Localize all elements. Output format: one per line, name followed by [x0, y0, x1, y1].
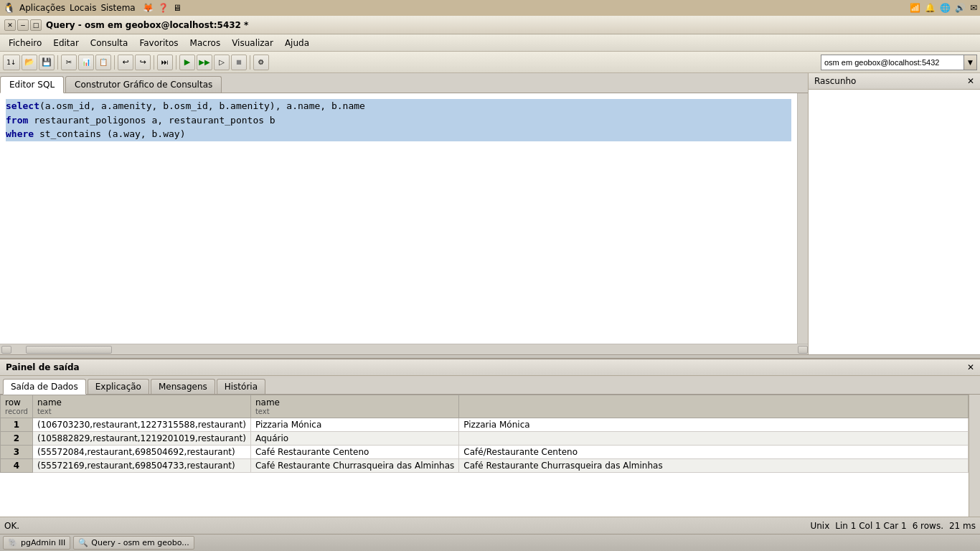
toolbar-copy-btn[interactable]: 📋	[95, 55, 111, 70]
maximize-button[interactable]: □	[30, 19, 42, 31]
menu-editar[interactable]: Editar	[47, 37, 85, 50]
editor-hscrollbar[interactable]	[0, 344, 808, 354]
toolbar-extra-btn[interactable]: ⚙	[253, 55, 269, 70]
menu-ficheiro[interactable]: Ficheiro	[3, 37, 47, 50]
status-ok: OK.	[4, 521, 19, 531]
row-1-col2: Pizzaria Mónica	[250, 418, 458, 432]
tab-grafico[interactable]: Construtor Gráfico de Consultas	[65, 76, 222, 93]
taskbar-pgadmin-label: pgAdmin III	[21, 538, 65, 547]
row-1-col3: Pizzaria Mónica	[459, 418, 969, 432]
output-tab-bar: Saída de Dados Explicação Mensagens Hist…	[0, 376, 980, 395]
output-body: row record name text name text	[0, 395, 980, 517]
row-1-col1: (106703230,restaurant,1227315588,restaur…	[32, 418, 250, 432]
menu-ajuda[interactable]: Ajuda	[279, 37, 315, 50]
status-bar: OK. Unix Lin 1 Col 1 Car 1 6 rows. 21 ms	[0, 517, 980, 534]
col-header-name1-type: text	[37, 408, 246, 415]
table-row: 2 (105882829,restaurant,1219201019,resta…	[1, 432, 969, 446]
db-dropdown-button[interactable]: ▼	[964, 55, 977, 70]
tab-mensagens[interactable]: Mensagens	[151, 379, 215, 394]
rascunho-content	[809, 90, 980, 354]
row-num-4: 4	[1, 459, 33, 473]
sql-editor-area[interactable]: select(a.osm_id, a.amenity, b.osm_id, b.…	[0, 93, 797, 344]
toolbar-undo-btn[interactable]: ↩	[118, 55, 133, 70]
menu-locais[interactable]: Locais	[70, 3, 96, 13]
hscroll-right-btn[interactable]	[798, 346, 808, 354]
row-num-3: 3	[1, 446, 33, 459]
toolbar-redo-btn[interactable]: ↪	[135, 55, 151, 70]
window-controls: ✕ − □	[4, 19, 42, 31]
rascunho-close-button[interactable]: ✕	[967, 76, 974, 86]
query-icon: 🔍	[78, 538, 88, 547]
toolbar-step-btn[interactable]: ⏭	[157, 55, 173, 70]
sql-line-3: where st_contains (a.way, b.way)	[6, 127, 791, 141]
close-button[interactable]: ✕	[4, 19, 16, 31]
col-header-name2: name text	[250, 395, 458, 418]
tb-sep-4	[176, 55, 176, 70]
toolbar-stop-btn[interactable]: ⏹	[231, 55, 247, 70]
hscroll-thumb[interactable]	[26, 346, 112, 354]
toolbar-run2-btn[interactable]: ▶▶	[197, 55, 212, 70]
output-scrollbar[interactable]	[969, 395, 980, 517]
main-area: Editor SQL Construtor Gráfico de Consult…	[0, 73, 980, 534]
toolbar-run3-btn[interactable]: ▷	[214, 55, 230, 70]
col-header-row-type: record	[5, 408, 28, 415]
menu-consulta[interactable]: Consulta	[85, 37, 134, 50]
toolbar-num-btn[interactable]: 1↓	[3, 55, 20, 70]
data-table-container[interactable]: row record name text name text	[0, 395, 969, 517]
kw-where: where	[6, 128, 34, 139]
table-row: 3 (55572084,restaurant,698504692,restaur…	[1, 446, 969, 459]
editor-scrollbar[interactable]	[797, 93, 808, 344]
taskbar-item-pgadmin[interactable]: 🐘 pgAdmin III	[3, 536, 70, 550]
editor-tab-bar: Editor SQL Construtor Gráfico de Consult…	[0, 73, 808, 93]
tb-sep-1	[57, 55, 58, 70]
kw-from: from	[6, 115, 28, 126]
table-row: 1 (106703230,restaurant,1227315588,resta…	[1, 418, 969, 432]
sql-select-args: (a.osm_id, a.amenity, b.osm_id, b.amenit…	[39, 100, 365, 111]
system-bar: 🐧 Aplicações Locais Sistema 🦊 ❓ 🖥 📶 🔔 🌐 …	[0, 0, 980, 16]
editor-body: select(a.osm_id, a.amenity, b.osm_id, b.…	[0, 93, 808, 344]
menu-aplicacoes[interactable]: Aplicações	[19, 3, 65, 13]
toolbar-save-btn[interactable]: 💾	[39, 55, 55, 70]
db-selector-container: ▼	[821, 55, 977, 70]
tab-editor-sql[interactable]: Editor SQL	[0, 76, 64, 93]
tb-sep-5	[250, 55, 250, 70]
row-3-col2: Café Restaurante Centeno	[250, 446, 458, 459]
row-num-2: 2	[1, 432, 33, 446]
sql-line-2: from restaurant_poligonos a, restaurant_…	[6, 113, 791, 128]
menu-sistema[interactable]: Sistema	[100, 3, 135, 13]
output-close-button[interactable]: ✕	[967, 362, 974, 372]
sql-line-1: select(a.osm_id, a.amenity, b.osm_id, b.…	[6, 99, 791, 113]
tb-sep-3	[154, 55, 154, 70]
tab-explicacao[interactable]: Explicação	[88, 379, 149, 394]
sql-from-args: restaurant_poligonos a, restaurant_ponto…	[28, 115, 275, 126]
row-4-col3: Café Restaurante Churrasqueira das Almin…	[459, 459, 969, 473]
row-3-col1: (55572084,restaurant,698504692,restauran…	[32, 446, 250, 459]
tab-historia[interactable]: História	[217, 379, 265, 394]
row-2-col2: Aquário	[250, 432, 458, 446]
minimize-button[interactable]: −	[17, 19, 29, 31]
db-selector-input[interactable]	[821, 55, 964, 70]
menu-bar: Ficheiro Editar Consulta Favoritos Macro…	[0, 34, 980, 52]
toolbar-chart-btn[interactable]: 📊	[78, 55, 94, 70]
tb-sep-2	[114, 55, 115, 70]
hscroll-left-btn[interactable]	[1, 346, 11, 354]
tab-saida-dados[interactable]: Saída de Dados	[3, 379, 86, 395]
menu-macros[interactable]: Macros	[184, 37, 227, 50]
menu-visualizar[interactable]: Visualizar	[226, 37, 279, 50]
toolbar-run-btn[interactable]: ▶	[179, 55, 195, 70]
status-rows: 6 rows.	[913, 521, 943, 531]
toolbar-open-btn[interactable]: 📂	[22, 55, 37, 70]
rascunho-panel: Rascunho ✕	[808, 73, 980, 354]
output-panel-title: Painel de saída	[6, 362, 80, 372]
toolbar-cut-btn[interactable]: ✂	[61, 55, 77, 70]
terminal-icon: 🖥	[173, 3, 182, 13]
window-titlebar: ✕ − □ Query - osm em geobox@localhost:54…	[0, 16, 980, 34]
row-3-col3: Café/Restaurante Centeno	[459, 446, 969, 459]
mail-icon: ✉	[970, 3, 977, 13]
menu-favoritos[interactable]: Favoritos	[133, 37, 184, 50]
status-unix: Unix	[810, 521, 829, 531]
db-icon: 🐘	[8, 538, 18, 547]
taskbar-item-query[interactable]: 🔍 Query - osm em geobo...	[73, 536, 194, 550]
taskbar-query-label: Query - osm em geobo...	[91, 538, 189, 547]
col-header-row-name: row	[5, 397, 21, 408]
